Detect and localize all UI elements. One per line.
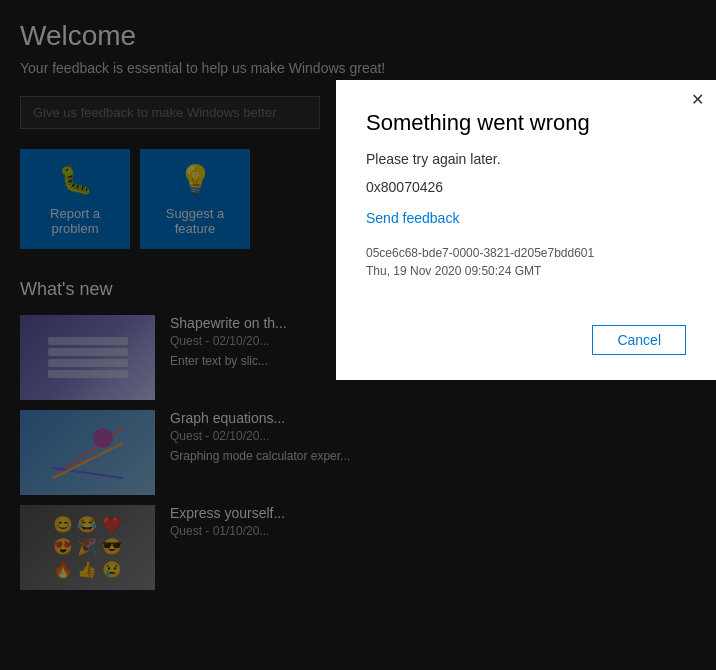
modal-message: Please try again later.	[366, 151, 686, 167]
modal-close-button[interactable]: ✕	[691, 90, 704, 109]
modal-guid: 05ce6c68-bde7-0000-3821-d205e7bdd601	[366, 246, 686, 260]
send-feedback-link[interactable]: Send feedback	[366, 210, 686, 226]
cancel-button[interactable]: Cancel	[592, 325, 686, 355]
modal-footer: Cancel	[366, 325, 686, 355]
modal-overlay: ✕ Something went wrong Please try again …	[0, 0, 716, 670]
modal-timestamp: Thu, 19 Nov 2020 09:50:24 GMT	[366, 264, 686, 278]
modal-error-code: 0x80070426	[366, 179, 686, 195]
error-modal: ✕ Something went wrong Please try again …	[336, 80, 716, 380]
modal-title: Something went wrong	[366, 110, 686, 136]
